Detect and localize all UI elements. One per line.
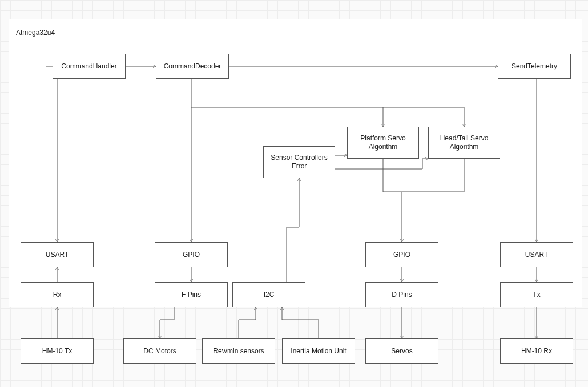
box-tx: Tx [500,282,573,307]
box-rx: Rx [21,282,94,307]
box-platform-servo: Platform Servo Algorithm [347,127,419,159]
box-usart-left: USART [21,242,94,267]
box-usart-right: USART [500,242,573,267]
box-dpins: D Pins [365,282,438,307]
box-i2c: I2C [232,282,305,307]
box-hm10-rx: HM-10 Rx [500,338,573,364]
box-command-handler: CommandHandler [53,54,126,79]
container-label: Atmega32u4 [16,29,55,37]
box-gpio-left: GPIO [155,242,228,267]
box-command-decoder: CommandDecoder [156,54,229,79]
box-fpins: F Pins [155,282,228,307]
box-dc-motors: DC Motors [123,338,196,364]
box-gpio-right: GPIO [365,242,438,267]
box-hm10-tx: HM-10 Tx [21,338,94,364]
box-head-tail-servo: Head/Tail Servo Algorithm [428,127,500,159]
box-imu: Inertia Motion Unit [282,338,355,364]
box-send-telemetry: SendTelemetry [498,54,571,79]
box-servos: Servos [365,338,438,364]
box-sensor-controllers: Sensor Controllers Error [263,146,335,178]
box-revmin: Rev/min sensors [202,338,275,364]
